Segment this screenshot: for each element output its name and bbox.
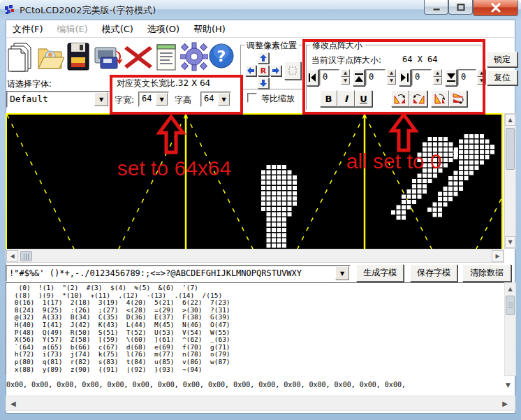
preview-vscrollbar[interactable]: ▲ ▼	[504, 113, 516, 249]
help-button[interactable]: ?	[208, 42, 235, 70]
underline-button[interactable]: U	[355, 90, 372, 107]
menu-edit[interactable]: 编辑(E)	[51, 21, 93, 38]
bold-button[interactable]: B	[320, 90, 337, 107]
menu-options[interactable]: 选项(O)	[142, 21, 185, 38]
pad-right-input[interactable]: 0	[411, 69, 432, 86]
preview-scroll-left-button[interactable]: ◀	[6, 250, 18, 262]
current-matrix-label: 当前汉字点阵大小:	[311, 55, 381, 66]
right-arrow-icon	[272, 67, 279, 74]
pad-top-input[interactable]: 0	[365, 69, 386, 86]
menu-help[interactable]: 帮助(H)	[188, 21, 231, 38]
output-scroll-up-button[interactable]: ▲	[505, 283, 515, 294]
delete-button[interactable]	[124, 45, 152, 70]
move-right-button[interactable]	[270, 65, 281, 76]
preview-hscrollbar[interactable]: ◀ ▶	[6, 249, 504, 263]
output-line: H(40) I(41) J(42) K(43) L(44) M(45) N(46…	[10, 321, 504, 329]
flip-vertical-button[interactable]	[431, 90, 449, 107]
open-button[interactable]	[36, 42, 64, 71]
char-height-combo[interactable]: 64 ▼	[200, 92, 231, 107]
rotate-right-button[interactable]	[409, 90, 427, 107]
minimize-button[interactable]	[424, 0, 448, 15]
title-bar[interactable]: PCtoLCD2002完美版-(字符模式)	[0, 0, 521, 20]
pad-right-icon-button[interactable]	[399, 69, 411, 86]
menu-mode[interactable]: 模式(C)	[96, 21, 139, 38]
pad-left-icon	[309, 73, 316, 82]
reset-position-button[interactable]: R	[258, 65, 269, 76]
app-window: PCtoLCD2002完美版-(字符模式) 文件(F) 编辑(E) 模式(C) …	[0, 0, 521, 420]
output-vscrollbar[interactable]: ▲	[504, 282, 516, 376]
pad-right-spin-up[interactable]: ▲	[433, 69, 442, 77]
pad-left-spin-up[interactable]: ▲	[341, 69, 350, 77]
generate-font-button[interactable]: 生成字模	[356, 264, 404, 282]
lock-button[interactable]: 锁定	[487, 52, 518, 67]
ratio-label: 对应英文长宽比.32 X 64	[117, 78, 210, 89]
char-height-value: 64	[204, 94, 214, 103]
hex-code-line[interactable]: 0x00, 0x00, 0x00, 0x00, 0x00, 0x00, 0x00…	[6, 381, 502, 392]
pad-top-spin-up[interactable]: ▲	[387, 69, 396, 77]
svg-text:?: ?	[217, 48, 226, 65]
close-button[interactable]	[473, 0, 518, 16]
left-arrow-icon	[247, 67, 254, 74]
hex-scroll-right-button[interactable]: ▶	[502, 400, 508, 407]
notes-button[interactable]	[155, 42, 177, 71]
window-title: PCtoLCD2002完美版-(字符模式)	[20, 4, 156, 17]
uniform-scale-checkbox[interactable]	[247, 93, 257, 103]
delete-x-icon	[124, 45, 152, 70]
pad-bottom-spin-down[interactable]: ▼	[477, 77, 486, 85]
output-line: (0) !(1) "(2) #(3) $(4) %(5) &(6) '(7)	[10, 284, 504, 292]
lock-label: 锁定	[494, 54, 511, 66]
charset-combo[interactable]: !"#$%&' ()*+,-./0123456789:;<=>?@ABCDEFG…	[6, 265, 351, 282]
hex-scroll-left-button[interactable]: ◀	[10, 400, 16, 407]
maximize-button[interactable]	[448, 0, 473, 15]
save-as-button[interactable]	[94, 43, 126, 71]
thumb-grip	[24, 254, 29, 260]
move-left-button[interactable]	[245, 65, 256, 76]
pad-bottom-spin-up[interactable]: ▲	[477, 69, 486, 77]
char-height-dropdown-button[interactable]: ▼	[218, 93, 230, 106]
italic-button[interactable]: I	[337, 90, 355, 107]
save-font-button[interactable]: 保存字模	[410, 264, 457, 282]
preview-scroll-right-button[interactable]: ▶	[492, 250, 504, 262]
preview-scroll-up-button[interactable]: ▲	[505, 114, 515, 126]
pad-top-icon-button[interactable]	[353, 69, 365, 86]
reset-button[interactable]: 复位	[487, 70, 518, 85]
pad-left-spin-down[interactable]: ▼	[341, 77, 350, 85]
pad-left-icon-button[interactable]	[307, 69, 318, 86]
charset-dropdown-button[interactable]: ▼	[335, 266, 349, 280]
rotate-left-icon	[394, 93, 406, 104]
app-icon	[5, 4, 16, 15]
pad-left-input[interactable]: 0	[319, 69, 339, 86]
annotation-note-size: set to 64x64	[117, 157, 231, 180]
pad-right-spinner: ▲ ▼	[433, 69, 442, 85]
font-select-combo[interactable]: Default ▼	[6, 91, 110, 108]
notepad-icon	[155, 42, 177, 71]
pad-right-spin-down[interactable]: ▼	[433, 77, 442, 85]
hex-hscrollbar[interactable]: ◀ ▶	[6, 396, 515, 411]
hex-scroll-down-button[interactable]: ▼	[506, 382, 511, 389]
output-vscroll-thumb[interactable]	[506, 296, 515, 315]
center-glyph-button[interactable]	[284, 61, 301, 80]
new-file-button[interactable]	[6, 41, 35, 73]
pad-top-spin-down[interactable]: ▼	[387, 77, 396, 85]
move-up-button[interactable]	[258, 52, 269, 64]
pad-bottom-icon-button[interactable]	[445, 69, 457, 86]
pad-bottom-input[interactable]: 0	[457, 69, 476, 86]
flip-horizontal-button[interactable]	[449, 90, 467, 107]
glyph-preview[interactable]	[6, 113, 503, 249]
preview-hscroll-thumb[interactable]	[20, 251, 32, 261]
move-down-button[interactable]	[258, 78, 269, 89]
menu-bar: 文件(F) 编辑(E) 模式(C) 选项(O) 帮助(H)	[7, 21, 514, 36]
preview-scroll-down-button[interactable]: ▼	[505, 236, 515, 248]
save-button[interactable]	[66, 42, 91, 71]
menu-file[interactable]: 文件(F)	[7, 21, 49, 38]
rotate-left-button[interactable]	[391, 90, 409, 107]
pixel-position-title: 调整像素位置	[244, 40, 299, 52]
output-textarea[interactable]: (0) !(1) "(2) #(3) $(4) %(5) &(6) '(7) (…	[6, 282, 504, 376]
char-width-dropdown-button[interactable]: ▼	[156, 93, 168, 106]
clear-data-button[interactable]: 清除数据	[462, 264, 511, 282]
settings-button[interactable]	[180, 42, 208, 71]
preview-vscroll-thumb[interactable]	[506, 128, 515, 170]
flip-vertical-icon	[434, 93, 446, 104]
font-select-dropdown-button[interactable]: ▼	[94, 92, 108, 106]
char-width-combo[interactable]: 64 ▼	[138, 92, 169, 107]
